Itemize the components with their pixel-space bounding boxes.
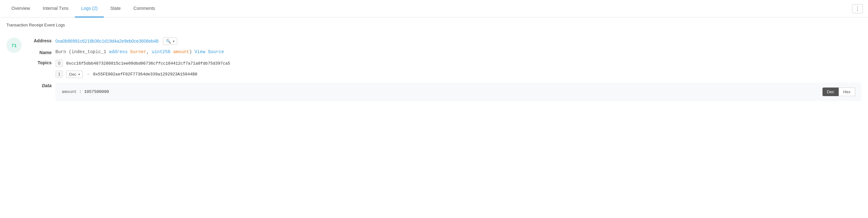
topic-dec-label: Dec bbox=[69, 72, 76, 77]
name-space1 bbox=[128, 49, 130, 55]
zoom-dropdown-arrow: ▾ bbox=[173, 39, 175, 43]
topic-dec-dropdown[interactable]: Dec ▾ bbox=[66, 71, 83, 78]
name-keyword2: uint256 bbox=[152, 49, 170, 55]
tab-internal-txns[interactable]: Internal Txns bbox=[36, 0, 75, 18]
tab-state[interactable]: State bbox=[104, 0, 127, 18]
topics-label: Topics bbox=[29, 60, 52, 65]
topic-address-link[interactable]: 0x55FE002aefF02F77364de339a1292923A15844… bbox=[93, 72, 197, 77]
chevron-down-icon: ▾ bbox=[78, 72, 80, 76]
data-text: amount : 1057500000 bbox=[62, 89, 109, 94]
name-value: Burn (index_topic_1 address burner, uint… bbox=[55, 49, 862, 55]
page-title: Transaction Receipt Event Logs bbox=[0, 18, 868, 30]
log-details: Address 0xa0b86991c6218b36c1d19d4a2e9eb0… bbox=[29, 37, 862, 106]
topic-arrow-icon: → bbox=[86, 72, 90, 76]
tabs-bar: Overview Internal Txns Logs (2) State Co… bbox=[0, 0, 868, 18]
data-value: 1057500000 bbox=[84, 89, 109, 94]
data-key: amount bbox=[62, 89, 77, 94]
tab-logs[interactable]: Logs (2) bbox=[75, 0, 104, 18]
topics-row: Topics 0 0xcc16f5dbb4873280815c1ee09dbd0… bbox=[29, 60, 862, 78]
dec-button[interactable]: Dec bbox=[823, 88, 839, 96]
data-separator: : bbox=[77, 89, 84, 94]
topic-hash-0: 0xcc16f5dbb4873280815c1ee09dbd06736cffcc… bbox=[66, 61, 230, 66]
name-separator: , bbox=[147, 49, 152, 55]
name-space2 bbox=[170, 49, 173, 55]
zoom-icon: 🔍 bbox=[166, 39, 171, 43]
tab-overview[interactable]: Overview bbox=[5, 0, 36, 18]
log-card: 71 Address 0xa0b86991c6218b36c1d19d4a2e9… bbox=[6, 32, 862, 111]
topic-row-1: 1 Dec ▾ → 0x55FE002aefF02F77364de339a129… bbox=[55, 70, 862, 78]
more-options-button[interactable]: ⋮ bbox=[852, 4, 863, 13]
zoom-button[interactable]: 🔍 ▾ bbox=[163, 37, 177, 45]
name-space3 bbox=[192, 49, 194, 55]
dec-hex-group: Dec Hex bbox=[823, 88, 855, 96]
hex-button[interactable]: Hex bbox=[839, 88, 855, 96]
name-suffix: ) bbox=[189, 49, 192, 55]
topics-values: 0 0xcc16f5dbb4873280815c1ee09dbd06736cff… bbox=[55, 60, 862, 78]
address-row: Address 0xa0b86991c6218b36c1d19d4a2e9eb0… bbox=[29, 37, 862, 45]
topic-row-0: 0 0xcc16f5dbb4873280815c1ee09dbd06736cff… bbox=[55, 60, 862, 67]
topic-index-0: 0 bbox=[55, 60, 63, 67]
name-prefix: Burn (index_topic_1 bbox=[55, 49, 109, 55]
address-value: 0xa0b86991c6218b36c1d19d4a2e9eb0ce3606eb… bbox=[55, 37, 862, 45]
view-source-link[interactable]: View Source bbox=[194, 49, 224, 55]
data-label: Data bbox=[29, 83, 52, 88]
data-content: amount : 1057500000 Dec Hex bbox=[55, 83, 862, 101]
tab-comments[interactable]: Comments bbox=[127, 0, 161, 18]
name-keyword1: address bbox=[109, 49, 128, 55]
name-row: Name Burn (index_topic_1 address burner,… bbox=[29, 49, 862, 55]
log-index: 71 bbox=[6, 37, 22, 53]
address-label: Address bbox=[29, 37, 52, 43]
name-label: Name bbox=[29, 49, 52, 55]
name-arg1: burner bbox=[130, 49, 146, 55]
address-link[interactable]: 0xa0b86991c6218b36c1d19d4a2e9eb0ce3606eb… bbox=[55, 38, 159, 43]
data-section: Data amount : 1057500000 Dec Hex bbox=[29, 83, 862, 101]
name-arg2: amount bbox=[173, 49, 189, 55]
topic-index-1: 1 bbox=[55, 70, 63, 78]
log-container: 71 Address 0xa0b86991c6218b36c1d19d4a2e9… bbox=[0, 30, 868, 117]
